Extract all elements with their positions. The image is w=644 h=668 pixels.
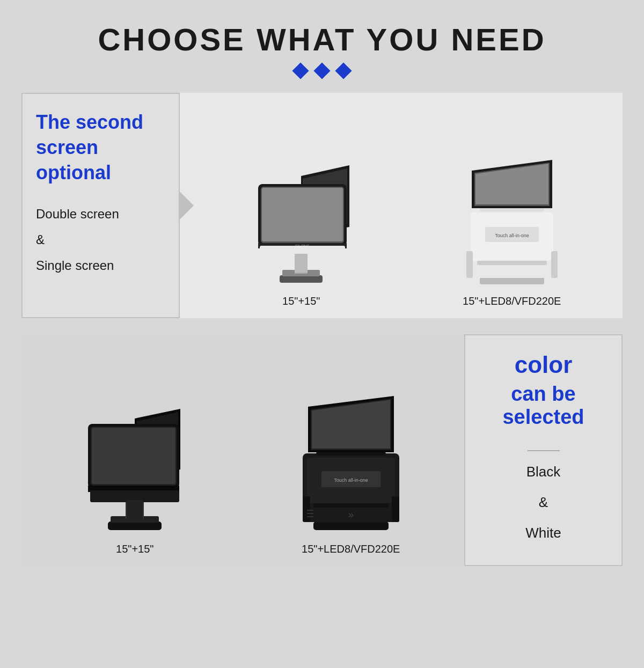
svg-text:Touch all-in-one: Touch all-in-one [495, 233, 529, 238]
top-section: The second screen optional Double screen… [21, 93, 623, 318]
bottom-section: GILONG TOUCH ALL-IN-ONE 15"+15" [21, 334, 623, 566]
main-title: CHOOSE WHAT YOU NEED [21, 21, 623, 57]
diamond-icon-1 [292, 62, 309, 79]
printer-white-svg: Touch all-in-one [450, 144, 574, 289]
svg-rect-21 [480, 208, 544, 211]
double-screen-white-svg: GILONG [245, 144, 357, 289]
page-wrapper: CHOOSE WHAT YOU NEED The second screen o… [0, 0, 644, 588]
svg-rect-47 [316, 452, 386, 456]
color-options: Black & White [525, 457, 561, 549]
bottom-product-2-label: 15"+LED8/VFD220E [302, 543, 400, 555]
bottom-products-area: GILONG TOUCH ALL-IN-ONE 15"+15" [21, 334, 464, 566]
svg-rect-0 [280, 275, 323, 283]
top-product-2: Touch all-in-one 15"+LED8/VFD220E [418, 144, 607, 307]
second-screen-title: The second screen optional [36, 110, 165, 185]
left-panel: The second screen optional Double screen… [21, 93, 180, 318]
header: CHOOSE WHAT YOU NEED [21, 21, 623, 77]
bottom-product-1: GILONG TOUCH ALL-IN-ONE 15"+15" [38, 381, 232, 555]
double-screen-black-svg: GILONG TOUCH ALL-IN-ONE [78, 381, 191, 537]
svg-rect-17 [477, 261, 547, 265]
bottom-product-2: Touch all-in-one » [254, 381, 449, 555]
diamond-icon-3 [335, 62, 352, 79]
svg-text:Touch all-in-one: Touch all-in-one [334, 478, 368, 483]
svg-text:»: » [348, 509, 354, 520]
svg-rect-24 [108, 522, 162, 530]
svg-rect-49 [392, 496, 399, 522]
bottom-product-1-label: 15"+15" [116, 543, 153, 555]
svg-rect-52 [307, 516, 313, 517]
svg-rect-31 [92, 428, 175, 484]
color-panel: color can be selected Black & White [464, 334, 623, 566]
svg-rect-22 [466, 251, 473, 278]
diamonds-decoration [21, 65, 623, 77]
svg-rect-42 [313, 503, 389, 508]
svg-rect-50 [307, 510, 313, 511]
diamond-icon-2 [313, 62, 330, 79]
divider [528, 450, 560, 451]
svg-rect-11 [295, 254, 308, 273]
svg-rect-51 [307, 513, 313, 514]
top-product-1: GILONG 15"+15" [207, 144, 396, 307]
svg-rect-37 [313, 522, 389, 530]
screen-options: Double screen & Single screen [36, 201, 165, 278]
svg-rect-23 [551, 251, 558, 278]
svg-rect-7 [262, 188, 343, 241]
arrow-right-icon [179, 190, 194, 221]
svg-rect-48 [303, 496, 310, 522]
svg-rect-36 [127, 500, 143, 519]
color-title: color [515, 351, 573, 378]
printer-black-svg: Touch all-in-one » [289, 381, 413, 537]
top-product-2-label: 15"+LED8/VFD220E [463, 295, 561, 307]
top-products-area: GILONG 15"+15" [180, 93, 623, 318]
svg-rect-12 [480, 277, 544, 284]
top-product-1-label: 15"+15" [282, 295, 320, 307]
color-subtitle: can be selected [479, 383, 608, 429]
